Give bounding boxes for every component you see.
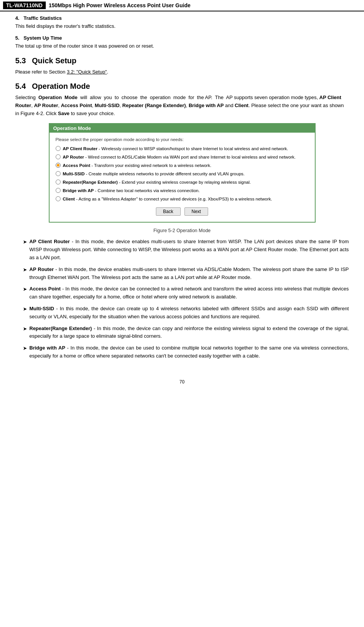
figure-buttons: Back Next <box>56 207 309 217</box>
figure-title-bar: Operation Mode <box>50 124 315 133</box>
radio-circle-client[interactable] <box>56 196 61 201</box>
radio-label-repeater: Repeater(Range Extender) - Extend your e… <box>63 179 251 185</box>
main-content: 4. Traffic Statistics This field display… <box>0 15 364 372</box>
section53-body: Please refer to Section 3.2: "Quick Setu… <box>15 68 349 76</box>
radio-option-bridge-with-ap[interactable]: Bridge with AP - Combine two local netwo… <box>56 188 309 194</box>
guide-title: 150Mbps High Power Wireless Access Point… <box>49 2 191 8</box>
operation-mode-figure: Operation Mode Please select the proper … <box>49 123 316 223</box>
bullet-text-ap-router-bullet: AP Router - In this mode, the device ena… <box>29 266 349 282</box>
bullet-item-repeater-bullet: ➤Repeater(Range Extender) - In this mode… <box>23 325 349 341</box>
radio-label-access-point: Access Point - Transform your existing w… <box>63 162 212 168</box>
figure-inner: Please select the proper operation mode … <box>50 133 315 222</box>
radio-circle-multi-ssid[interactable] <box>56 171 61 176</box>
model-label: TL-WA7110ND <box>3 2 46 9</box>
radio-circle-ap-client-router[interactable] <box>56 146 61 151</box>
radio-circle-bridge-with-ap[interactable] <box>56 188 61 193</box>
bullet-arrow: ➤ <box>23 266 27 274</box>
section5-body: The total up time of the router since it… <box>15 42 349 50</box>
bullet-arrow: ➤ <box>23 238 27 246</box>
bullet-item-bridge-with-ap-bullet: ➤Bridge with AP - In this mode, the devi… <box>23 344 349 360</box>
radio-label-client: Client - Acting as a "Wireless Adapter" … <box>63 196 273 202</box>
radio-option-repeater[interactable]: Repeater(Range Extender) - Extend your e… <box>56 179 309 185</box>
section54-body: Selecting Operation Mode will allow you … <box>15 94 349 117</box>
section54-heading: 5.4Operation Mode <box>15 82 349 91</box>
next-button[interactable]: Next <box>184 207 208 216</box>
bullet-item-access-point-bullet: ➤Access Point - In this mode, the device… <box>23 285 349 301</box>
radio-label-bridge-with-ap: Bridge with AP - Combine two local netwo… <box>63 188 200 194</box>
radio-option-access-point[interactable]: Access Point - Transform your existing w… <box>56 162 309 168</box>
page-header: TL-WA7110ND 150Mbps High Power Wireless … <box>0 0 364 11</box>
bullet-list: ➤AP Client Router - In this mode, the de… <box>15 238 349 360</box>
radio-circle-access-point[interactable] <box>56 163 61 168</box>
bullet-text-multi-ssid-bullet: Multi-SSID - In this mode, the device ca… <box>29 305 349 321</box>
quick-setup-link[interactable]: 3.2: "Quick Setup" <box>67 69 107 75</box>
bullet-item-multi-ssid-bullet: ➤Multi-SSID - In this mode, the device c… <box>23 305 349 321</box>
bullet-arrow: ➤ <box>23 345 27 353</box>
bullet-arrow: ➤ <box>23 305 27 313</box>
radio-circle-repeater[interactable] <box>56 180 61 184</box>
section5-heading: 5. System Up Time <box>15 35 349 41</box>
section53-heading: 5.3Quick Setup <box>15 56 349 65</box>
page-number: 70 <box>0 379 364 388</box>
radio-option-multi-ssid[interactable]: Multi-SSID - Create multiple wireless ne… <box>56 171 309 177</box>
bullet-item-ap-router-bullet: ➤AP Router - In this mode, the device en… <box>23 266 349 282</box>
bullet-text-bridge-with-ap-bullet: Bridge with AP - In this mode, the devic… <box>29 344 349 360</box>
radio-option-ap-router[interactable]: AP Router - Wired connect to ADSL/Cable … <box>56 154 309 160</box>
radio-label-ap-client-router: AP Client Router - Wirelessly connect to… <box>63 146 288 152</box>
figure-caption: Figure 5-2 Operation Mode <box>15 228 349 233</box>
bullet-arrow: ➤ <box>23 325 27 333</box>
bullet-arrow: ➤ <box>23 285 27 293</box>
back-button[interactable]: Back <box>156 207 181 216</box>
radio-circle-ap-router[interactable] <box>56 154 61 159</box>
bullet-text-access-point-bullet: Access Point - In this mode, the device … <box>29 285 349 301</box>
section4-body: This field displays the router's traffic… <box>15 22 349 30</box>
bullet-text-ap-client-router-bullet: AP Client Router - In this mode, the dev… <box>29 238 349 261</box>
figure-instruction: Please select the proper operation mode … <box>56 137 309 142</box>
radio-label-multi-ssid: Multi-SSID - Create multiple wireless ne… <box>63 171 245 177</box>
bullet-item-ap-client-router-bullet: ➤AP Client Router - In this mode, the de… <box>23 238 349 261</box>
radio-label-ap-router: AP Router - Wired connect to ADSL/Cable … <box>63 154 296 160</box>
radio-option-ap-client-router[interactable]: AP Client Router - Wirelessly connect to… <box>56 146 309 152</box>
bullet-text-repeater-bullet: Repeater(Range Extender) - In this mode,… <box>29 325 349 341</box>
section4-heading: 4. Traffic Statistics <box>15 15 349 21</box>
radio-options: AP Client Router - Wirelessly connect to… <box>56 146 309 202</box>
radio-option-client[interactable]: Client - Acting as a "Wireless Adapter" … <box>56 196 309 202</box>
